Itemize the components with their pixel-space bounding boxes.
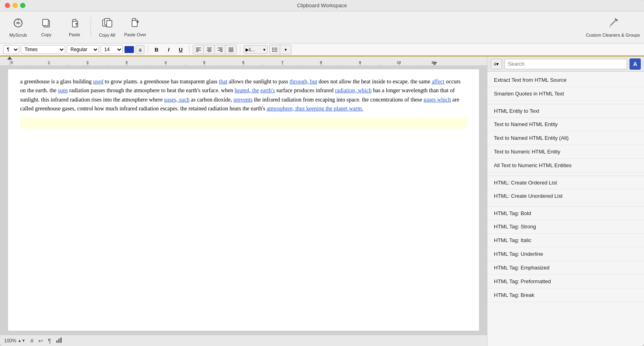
italic-button[interactable]: I — [163, 45, 174, 54]
panel-menu-icon: ≡▾ — [493, 61, 499, 67]
align-justify-button[interactable] — [226, 45, 236, 54]
panel-list-item[interactable]: All Text to Numeric HTML Entities — [487, 159, 644, 172]
link-affect[interactable]: affect — [432, 79, 445, 85]
window-title: Clipboard Workspace — [297, 2, 347, 8]
svg-text:1: 1 — [48, 60, 50, 64]
pilcrow-icon[interactable]: ¶ — [48, 338, 51, 344]
panel-list-item[interactable]: Smarten Quotes in HTML Text — [487, 87, 644, 101]
myscrub-button[interactable]: MyScrub — [4, 13, 32, 41]
svg-rect-73 — [58, 339, 60, 343]
zoom-stepper-icon[interactable]: ▲▼ — [18, 338, 26, 343]
custom-cleaners-icon — [607, 17, 619, 33]
panel-list-item[interactable]: HTML Tag: Bold — [487, 206, 644, 220]
close-button[interactable] — [5, 3, 10, 8]
link-used[interactable]: used — [93, 79, 103, 85]
bullet-list-group: ▾ — [269, 45, 291, 54]
svg-point-30 — [272, 49, 273, 50]
format-divider-1 — [148, 46, 148, 54]
custom-cleaners-button[interactable]: Custom Cleaners & Groups — [586, 17, 640, 37]
char-format-button[interactable]: a — [136, 45, 144, 54]
panel-list-item[interactable]: HTML Tag: Italic — [487, 234, 644, 247]
font-size-select[interactable]: 14 10 12 16 18 — [101, 45, 123, 54]
svg-point-32 — [272, 51, 273, 52]
link-radiation-which[interactable]: radiation, which — [335, 87, 372, 93]
paste-button[interactable]: Paste — [60, 13, 89, 41]
maximize-button[interactable] — [20, 3, 25, 8]
copy-icon — [41, 18, 52, 31]
custom-cleaners-section: Custom Cleaners & Groups — [586, 17, 640, 37]
a-language-icon[interactable]: A — [630, 58, 641, 70]
bold-button[interactable]: B — [151, 45, 162, 54]
paragraph-style-group: ¶ ▼ — [3, 45, 19, 54]
svg-text:6: 6 — [242, 60, 244, 64]
link-gases-which[interactable]: gases which — [423, 97, 451, 103]
svg-rect-72 — [56, 340, 58, 343]
svg-text:5: 5 — [203, 60, 205, 64]
svg-text:4: 4 — [165, 60, 167, 64]
svg-text:10: 10 — [397, 60, 401, 64]
numbered-list-dropdown[interactable]: ▶1... ▾ — [244, 45, 268, 54]
char-format-label: a — [138, 47, 141, 53]
link-earths[interactable]: earth's — [260, 87, 275, 93]
svg-rect-74 — [60, 338, 62, 343]
align-right-button[interactable] — [215, 45, 225, 54]
svg-rect-3 — [43, 19, 48, 26]
align-left-button[interactable] — [193, 45, 204, 54]
panel-list-item[interactable]: HTML Entity to Text — [487, 104, 644, 118]
panel-list-item[interactable]: HTML Tag: Preformatted — [487, 275, 644, 288]
paste-icon — [69, 18, 80, 31]
underline-label: U — [179, 47, 182, 53]
copy-button[interactable]: Copy — [32, 13, 60, 41]
font-family-select[interactable]: Times Helvetica Arial — [21, 45, 65, 54]
right-panel-header: ≡▾ A — [487, 56, 644, 72]
svg-rect-11 — [132, 19, 136, 21]
panel-list-item[interactable]: HTML: Create Unordered List — [487, 189, 644, 203]
zoom-control[interactable]: 100% ▲▼ — [4, 338, 26, 344]
panel-list-item[interactable]: HTML Tag: Break — [487, 288, 644, 302]
link-suns[interactable]: suns — [58, 87, 68, 93]
chart-icon[interactable] — [56, 337, 62, 344]
panel-list-item[interactable]: HTML Tag: Strong — [487, 220, 644, 234]
paste-over-button[interactable]: Paste Over — [121, 13, 149, 41]
link-gases-such[interactable]: gases, such — [164, 97, 190, 103]
panel-menu-button[interactable]: ≡▾ — [491, 59, 502, 69]
list-chevron-button[interactable]: ▾ — [281, 45, 291, 54]
link-heated-the[interactable]: heated, the — [235, 87, 259, 93]
myscrub-icon — [12, 17, 24, 31]
link-prevents[interactable]: prevents — [233, 97, 252, 103]
window-controls[interactable] — [5, 3, 25, 8]
underline-button[interactable]: U — [175, 45, 186, 54]
search-input[interactable] — [508, 61, 623, 67]
bullet-list-button[interactable] — [270, 45, 280, 54]
svg-point-28 — [272, 48, 273, 49]
panel-list-item[interactable]: HTML Tag: Underline — [487, 247, 644, 261]
text-color-swatch[interactable] — [124, 46, 134, 53]
link-that[interactable]: that — [219, 79, 227, 85]
minimize-button[interactable] — [12, 3, 18, 8]
hash-icon[interactable]: # — [31, 338, 34, 344]
svg-text:3: 3 — [126, 60, 128, 64]
panel-list-item[interactable]: HTML Tag: Emphasized — [487, 261, 644, 275]
svg-text:7: 7 — [281, 60, 283, 64]
font-style-select[interactable]: Regular Bold Italic — [67, 45, 99, 54]
svg-text:2: 2 — [87, 60, 89, 64]
title-bar: Clipboard Workspace — [0, 0, 644, 11]
highlight-region — [20, 117, 467, 129]
panel-list-item[interactable]: Extract Text from HTML Source — [487, 73, 644, 87]
copy-all-button[interactable]: Copy All — [93, 13, 121, 41]
link-through-but[interactable]: through, but — [290, 79, 317, 85]
align-center-button[interactable] — [204, 45, 215, 54]
return-icon[interactable]: ↩ — [38, 338, 43, 344]
panel-list-item[interactable]: Text to Named HTML Entity — [487, 118, 644, 131]
main-area: 0 1 2 3 4 5 6 7 — [0, 56, 644, 346]
italic-label: I — [168, 47, 169, 53]
paragraph-style-select[interactable]: ¶ ▼ — [3, 45, 19, 54]
panel-list-item[interactable]: Text to Named HTML Entity (Alt) — [487, 131, 644, 145]
panel-list-item[interactable]: Text to Numeric HTML Entity — [487, 145, 644, 159]
paste-label: Paste — [69, 32, 80, 37]
search-wrapper — [504, 59, 627, 69]
panel-list-item[interactable]: HTML: Create Ordered List — [487, 176, 644, 189]
svg-text:8: 8 — [320, 60, 322, 64]
editor-page[interactable]: a greenhouse is a glass building used to… — [8, 69, 479, 331]
link-atmosphere-thus[interactable]: atmosphere, thus keeping the planet warm… — [266, 106, 363, 112]
